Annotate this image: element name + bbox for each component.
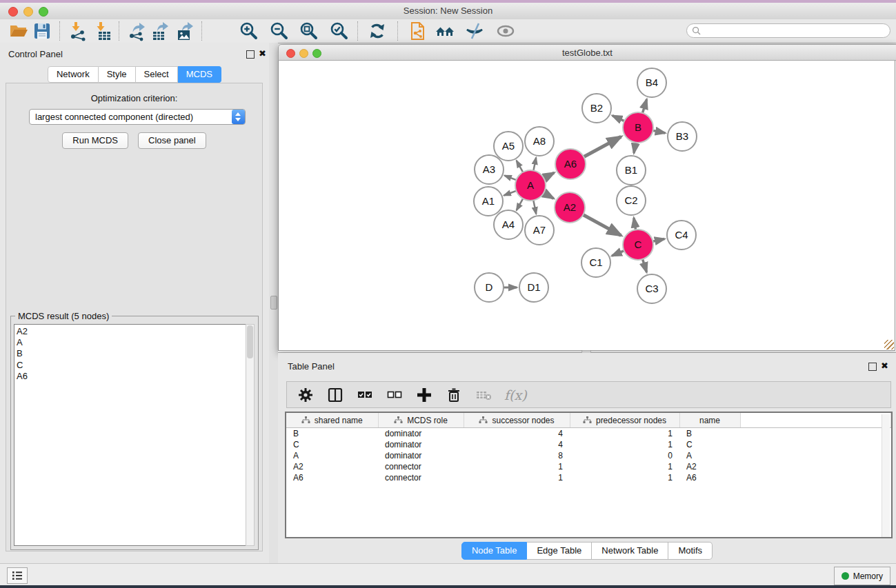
column-header[interactable]: successor nodes xyxy=(464,413,570,428)
table-row[interactable]: A6connector11A6 xyxy=(286,472,891,483)
run-mcds-button[interactable]: Run MCDS xyxy=(62,132,128,149)
criterion-select[interactable]: largest connected component (directed) xyxy=(29,109,246,125)
close-panel-button[interactable]: Close panel xyxy=(138,132,206,149)
new-network-file-icon[interactable] xyxy=(407,21,428,41)
table-cell[interactable]: 0 xyxy=(570,450,679,461)
tab-network-table[interactable]: Network Table xyxy=(592,542,668,560)
table-row[interactable]: A2connector11A2 xyxy=(286,461,891,472)
tab-style[interactable]: Style xyxy=(99,66,136,83)
search-input[interactable] xyxy=(701,26,890,37)
mcds-result-item[interactable]: A2 xyxy=(17,326,247,337)
graph-edge[interactable] xyxy=(533,158,536,171)
graph-edge[interactable] xyxy=(584,136,621,156)
show-graphics-details-icon[interactable] xyxy=(495,21,516,41)
table-row[interactable]: Bdominator41B xyxy=(286,428,891,440)
zoom-in-icon[interactable] xyxy=(239,21,259,41)
column-header[interactable]: MCDS role xyxy=(378,413,464,428)
mcds-result-scrollbar[interactable] xyxy=(246,324,255,546)
table-cell[interactable]: 1 xyxy=(570,472,679,483)
table-cell[interactable]: dominator xyxy=(378,439,464,450)
graph-edge[interactable] xyxy=(544,193,553,199)
graph-edge[interactable] xyxy=(643,259,647,272)
mcds-result-list[interactable]: A2ABCA6 xyxy=(14,324,247,546)
table-cell[interactable]: 1 xyxy=(570,428,679,440)
deselect-all-icon[interactable] xyxy=(386,386,404,404)
tab-select[interactable]: Select xyxy=(136,66,178,83)
graph-edge[interactable] xyxy=(544,173,554,179)
graph-edge[interactable] xyxy=(583,215,621,236)
table-scrollbar[interactable] xyxy=(882,414,890,537)
tab-node-table[interactable]: Node Table xyxy=(461,542,528,560)
graph-edge[interactable] xyxy=(634,143,636,153)
table-cell[interactable]: 1 xyxy=(570,461,679,472)
vertical-splitter-handle[interactable] xyxy=(270,296,277,310)
graph-edge[interactable] xyxy=(612,251,624,256)
float-panel-icon[interactable] xyxy=(246,50,255,59)
delete-column-icon[interactable] xyxy=(445,386,463,404)
import-network-icon[interactable] xyxy=(68,21,88,41)
table-cell[interactable]: A6 xyxy=(286,472,378,483)
network-canvas[interactable]: B4B2BB3A5A8A6B1A3AA1C2A2A4A7C4CC1DD1C3 xyxy=(278,61,895,351)
open-session-icon[interactable] xyxy=(8,21,29,41)
table-cell[interactable]: B xyxy=(679,428,740,440)
table-cell[interactable]: connector xyxy=(378,472,464,483)
zoom-fit-icon[interactable] xyxy=(299,21,319,41)
node-table-grid[interactable]: shared nameMCDS rolesuccessor nodesprede… xyxy=(286,413,891,483)
float-table-panel-icon[interactable] xyxy=(868,363,877,371)
table-cell[interactable]: 8 xyxy=(464,450,570,461)
graph-edge[interactable] xyxy=(517,161,524,172)
export-image-icon[interactable] xyxy=(175,21,196,41)
mcds-result-item[interactable]: A xyxy=(17,337,247,348)
graph-edge[interactable] xyxy=(653,130,666,133)
mcds-result-item[interactable]: A6 xyxy=(17,371,247,382)
graph-edge[interactable] xyxy=(517,199,524,210)
home-icon[interactable] xyxy=(435,21,455,41)
vertical-splitter[interactable] xyxy=(269,43,278,563)
hide-graphics-details-icon[interactable] xyxy=(464,21,485,41)
import-table-icon[interactable] xyxy=(92,21,113,41)
table-cell[interactable]: 4 xyxy=(464,428,570,440)
column-header[interactable]: predecessor nodes xyxy=(570,413,679,428)
graph-edge[interactable] xyxy=(533,201,536,214)
tab-mcds[interactable]: MCDS xyxy=(178,66,221,83)
table-settings-icon[interactable] xyxy=(297,386,315,404)
table-cell[interactable]: 1 xyxy=(570,439,679,450)
refresh-icon[interactable] xyxy=(367,21,388,41)
export-network-icon[interactable] xyxy=(127,21,148,41)
tab-motifs[interactable]: Motifs xyxy=(668,542,713,560)
resize-grip-icon[interactable] xyxy=(884,340,894,349)
tab-network[interactable]: Network xyxy=(48,66,99,83)
zoom-selected-icon[interactable] xyxy=(329,21,350,41)
zoom-out-icon[interactable] xyxy=(269,21,290,41)
table-cell[interactable]: A2 xyxy=(679,461,740,472)
table-cell[interactable]: A xyxy=(679,450,740,461)
mcds-result-item[interactable]: B xyxy=(17,348,247,359)
table-cell[interactable]: C xyxy=(286,439,378,450)
close-panel-icon[interactable]: ✖ xyxy=(259,48,266,59)
graph-edge[interactable] xyxy=(634,218,636,230)
table-cell[interactable]: B xyxy=(286,428,378,440)
close-table-panel-icon[interactable]: ✖ xyxy=(881,361,888,371)
column-header[interactable]: shared name xyxy=(286,413,378,428)
graph-edge[interactable] xyxy=(653,239,665,242)
export-table-icon[interactable] xyxy=(150,21,171,41)
table-cell[interactable]: 1 xyxy=(464,461,570,472)
table-cell[interactable]: 1 xyxy=(464,472,570,483)
table-cell[interactable]: A xyxy=(286,450,378,461)
graph-edge[interactable] xyxy=(504,191,517,196)
memory-button[interactable]: Memory xyxy=(834,567,890,585)
network-graph[interactable]: B4B2BB3A5A8A6B1A3AA1C2A2A4A7C4CC1DD1C3 xyxy=(279,61,895,349)
table-cell[interactable]: dominator xyxy=(378,450,464,461)
graph-edge[interactable] xyxy=(643,99,647,113)
table-cell[interactable]: connector xyxy=(378,461,464,472)
table-cell[interactable]: C xyxy=(679,439,740,450)
show-columns-icon[interactable] xyxy=(326,386,344,404)
add-column-icon[interactable] xyxy=(415,386,433,404)
table-row[interactable]: Adominator80A xyxy=(286,450,891,461)
save-session-icon[interactable] xyxy=(32,21,52,41)
mcds-result-item[interactable]: C xyxy=(17,360,247,371)
graph-edge[interactable] xyxy=(504,176,516,181)
table-cell[interactable]: A6 xyxy=(679,472,740,483)
graph-edge[interactable] xyxy=(613,116,624,121)
column-header[interactable]: name xyxy=(679,413,740,428)
